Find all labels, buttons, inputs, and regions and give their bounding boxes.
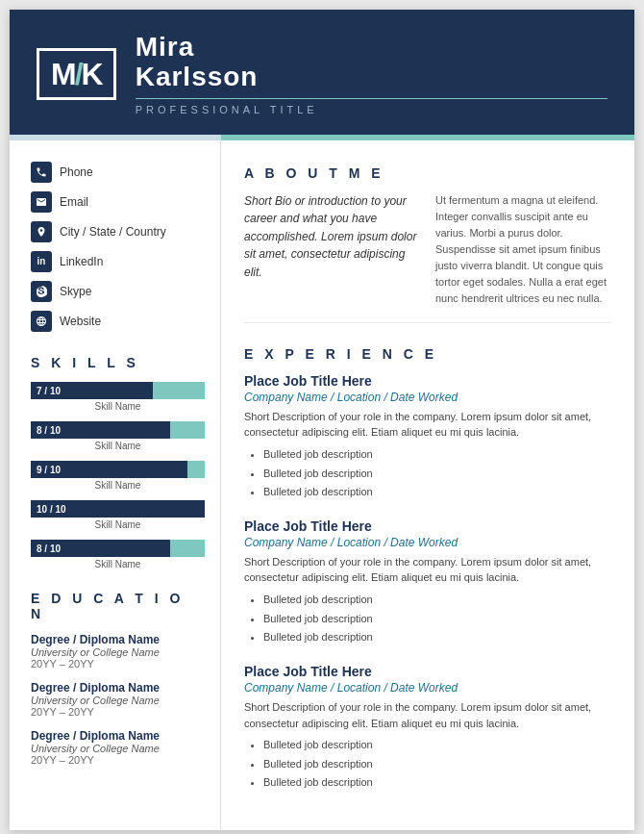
contact-linkedin: in LinkedIn xyxy=(31,251,205,272)
education-item: Degree / Diploma Name University or Coll… xyxy=(31,681,205,718)
phone-icon xyxy=(31,162,52,183)
header-divider xyxy=(136,98,607,99)
skill-item: 8 / 10 Skill Name xyxy=(31,540,205,569)
skill-name: Skill Name xyxy=(31,401,205,412)
skill-score: 8 / 10 xyxy=(37,424,61,435)
contact-email: Email xyxy=(31,191,205,213)
left-column: Phone Email City / State / Country in xyxy=(10,140,221,831)
contact-list: Phone Email City / State / Country in xyxy=(31,162,205,332)
job-description: Short Description of your role in the co… xyxy=(244,554,611,586)
full-name: Mira Karlsson xyxy=(136,33,607,92)
website-label: Website xyxy=(60,315,101,328)
job-bullets: Bulleted job descriptionBulleted job des… xyxy=(244,445,611,501)
skill-bar: 9 / 10 xyxy=(31,461,205,478)
skills-title: S K I L L S xyxy=(31,355,205,370)
edu-degree: Degree / Diploma Name xyxy=(31,681,205,695)
job-bullets: Bulleted job descriptionBulleted job des… xyxy=(244,736,611,792)
website-icon xyxy=(31,311,52,332)
right-column: A B O U T M E Short Bio or introduction … xyxy=(221,140,634,831)
skill-score: 10 / 10 xyxy=(37,503,66,514)
logo-box: M/K xyxy=(37,48,116,100)
about-extra-block: Ut fermentum a magna ut eleifend. Intege… xyxy=(435,192,611,307)
phone-label: Phone xyxy=(60,165,93,179)
contact-website: Website xyxy=(31,311,205,332)
skill-item: 7 / 10 Skill Name xyxy=(31,382,205,412)
job-company: Company Name / Location / Date Worked xyxy=(244,681,611,695)
skill-name: Skill Name xyxy=(31,559,205,569)
edu-dates: 20YY – 20YY xyxy=(31,754,205,766)
bullet-item: Bulleted job description xyxy=(263,736,611,754)
job-item: Place Job Title Here Company Name / Loca… xyxy=(244,373,611,501)
skill-score: 7 / 10 xyxy=(37,385,61,395)
edu-school: University or College Name xyxy=(31,646,205,658)
email-icon xyxy=(31,191,52,213)
skill-item: 8 / 10 Skill Name xyxy=(31,421,205,451)
skill-fill xyxy=(170,540,205,557)
bullet-item: Bulleted job description xyxy=(263,465,611,483)
education-title: E D U C A T I O N xyxy=(31,591,205,621)
bullet-item: Bulleted job description xyxy=(263,591,611,609)
skill-bar: 8 / 10 xyxy=(31,421,205,439)
skill-bar: 10 / 10 xyxy=(31,500,205,518)
skill-fill xyxy=(187,461,205,478)
education-container: Degree / Diploma Name University or Coll… xyxy=(31,633,205,766)
education-section: E D U C A T I O N Degree / Diploma Name … xyxy=(31,591,205,766)
experience-container: Place Job Title Here Company Name / Loca… xyxy=(244,373,611,792)
header-section: M/K Mira Karlsson PROFESSIONAL TITLE xyxy=(10,10,634,135)
about-section: A B O U T M E Short Bio or introduction … xyxy=(244,165,611,323)
professional-title: PROFESSIONAL TITLE xyxy=(136,104,607,115)
about-content: Short Bio or introduction to your career… xyxy=(244,192,611,307)
skills-container: 7 / 10 Skill Name 8 / 10 Skill Name 9 / … xyxy=(31,382,205,569)
job-description: Short Description of your role in the co… xyxy=(244,409,611,441)
experience-section: E X P E R I E N C E Place Job Title Here… xyxy=(244,346,611,792)
header-name-block: Mira Karlsson PROFESSIONAL TITLE xyxy=(136,33,607,115)
skill-bar: 7 / 10 xyxy=(31,382,205,399)
skill-fill xyxy=(153,382,205,399)
resume-document: M/K Mira Karlsson PROFESSIONAL TITLE xyxy=(10,10,634,830)
job-title: Place Job Title Here xyxy=(244,664,611,679)
bullet-item: Bulleted job description xyxy=(263,610,611,628)
skill-fill xyxy=(170,421,205,439)
bullet-item: Bulleted job description xyxy=(263,773,611,792)
contact-phone: Phone xyxy=(31,162,205,183)
skill-item: 10 / 10 Skill Name xyxy=(31,500,205,530)
edu-dates: 20YY – 20YY xyxy=(31,706,205,718)
job-title: Place Job Title Here xyxy=(244,518,611,534)
edu-degree: Degree / Diploma Name xyxy=(31,729,205,743)
education-item: Degree / Diploma Name University or Coll… xyxy=(31,729,205,766)
job-title: Place Job Title Here xyxy=(244,373,611,389)
bullet-item: Bulleted job description xyxy=(263,755,611,773)
linkedin-label: LinkedIn xyxy=(60,255,103,268)
contact-location: City / State / Country xyxy=(31,221,205,242)
location-icon xyxy=(31,221,52,242)
skype-icon xyxy=(31,281,52,302)
contact-skype: Skype xyxy=(31,281,205,302)
skills-section: S K I L L S 7 / 10 Skill Name 8 / 10 Ski… xyxy=(31,355,205,569)
bullet-item: Bulleted job description xyxy=(263,445,611,464)
skill-bar: 8 / 10 xyxy=(31,540,205,557)
bullet-item: Bulleted job description xyxy=(263,483,611,501)
job-bullets: Bulleted job descriptionBulleted job des… xyxy=(244,591,611,646)
location-label: City / State / Country xyxy=(60,225,166,239)
last-name: Karlsson xyxy=(136,62,259,91)
skill-score: 9 / 10 xyxy=(37,464,61,474)
job-item: Place Job Title Here Company Name / Loca… xyxy=(244,518,611,646)
edu-school: University or College Name xyxy=(31,743,205,754)
email-label: Email xyxy=(60,195,88,209)
about-bio-block: Short Bio or introduction to your career… xyxy=(244,192,420,307)
bullet-item: Bulleted job description xyxy=(263,628,611,646)
experience-title: E X P E R I E N C E xyxy=(244,346,611,362)
education-item: Degree / Diploma Name University or Coll… xyxy=(31,633,205,670)
first-name: Mira xyxy=(136,32,195,62)
skill-score: 8 / 10 xyxy=(37,543,61,553)
job-description: Short Description of your role in the co… xyxy=(244,699,611,731)
about-bio-text: Short Bio or introduction to your career… xyxy=(244,192,420,282)
edu-degree: Degree / Diploma Name xyxy=(31,633,205,646)
skill-name: Skill Name xyxy=(31,519,205,530)
job-item: Place Job Title Here Company Name / Loca… xyxy=(244,664,611,792)
job-company: Company Name / Location / Date Worked xyxy=(244,536,611,549)
skill-item: 9 / 10 Skill Name xyxy=(31,461,205,491)
edu-dates: 20YY – 20YY xyxy=(31,658,205,670)
skill-name: Skill Name xyxy=(31,441,205,451)
skype-label: Skype xyxy=(60,285,91,298)
